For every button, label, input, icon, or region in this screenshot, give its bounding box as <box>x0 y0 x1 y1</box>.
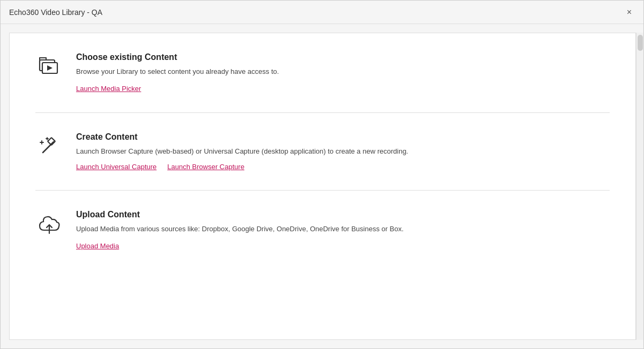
window-title: Echo360 Video Library - QA <box>9 8 102 17</box>
launch-browser-capture-link[interactable]: Launch Browser Capture <box>167 163 244 171</box>
section-upload-content-desc: Upload Media from various sources like: … <box>76 224 610 234</box>
section-create-content: Create Content Launch Browser Capture (w… <box>10 113 635 191</box>
main-content: Choose existing Content Browse your Libr… <box>9 33 636 340</box>
upload-cloud-icon <box>35 210 63 238</box>
section-create-content-title: Create Content <box>76 132 610 142</box>
section-choose-existing-title: Choose existing Content <box>76 52 610 62</box>
section-create-content-body: Create Content Launch Browser Capture (w… <box>76 132 610 171</box>
content-area: Choose existing Content Browse your Libr… <box>1 24 643 348</box>
close-button[interactable]: × <box>624 7 635 18</box>
launch-universal-capture-link[interactable]: Launch Universal Capture <box>76 163 156 171</box>
section-upload-content: Upload Content Upload Media from various… <box>10 191 635 270</box>
app-window: Echo360 Video Library - QA × <box>0 0 644 349</box>
create-content-links: Launch Universal Capture Launch Browser … <box>76 163 610 171</box>
magic-wand-icon <box>35 132 63 160</box>
section-upload-content-title: Upload Content <box>76 210 610 219</box>
launch-media-picker-link[interactable]: Launch Media Picker <box>76 85 141 93</box>
media-library-icon <box>35 52 63 80</box>
scrollbar-track[interactable] <box>636 33 643 340</box>
section-upload-content-body: Upload Content Upload Media from various… <box>76 210 610 251</box>
svg-line-6 <box>43 142 54 153</box>
section-choose-existing-desc: Browse your Library to select content yo… <box>76 66 610 77</box>
upload-media-link[interactable]: Upload Media <box>76 242 119 250</box>
section-choose-existing-body: Choose existing Content Browse your Libr… <box>76 52 610 93</box>
section-choose-existing: Choose existing Content Browse your Libr… <box>10 33 635 112</box>
scrollbar-thumb[interactable] <box>638 35 643 51</box>
section-create-content-desc: Launch Browser Capture (web-based) or Un… <box>76 146 610 157</box>
title-bar: Echo360 Video Library - QA × <box>1 1 643 24</box>
